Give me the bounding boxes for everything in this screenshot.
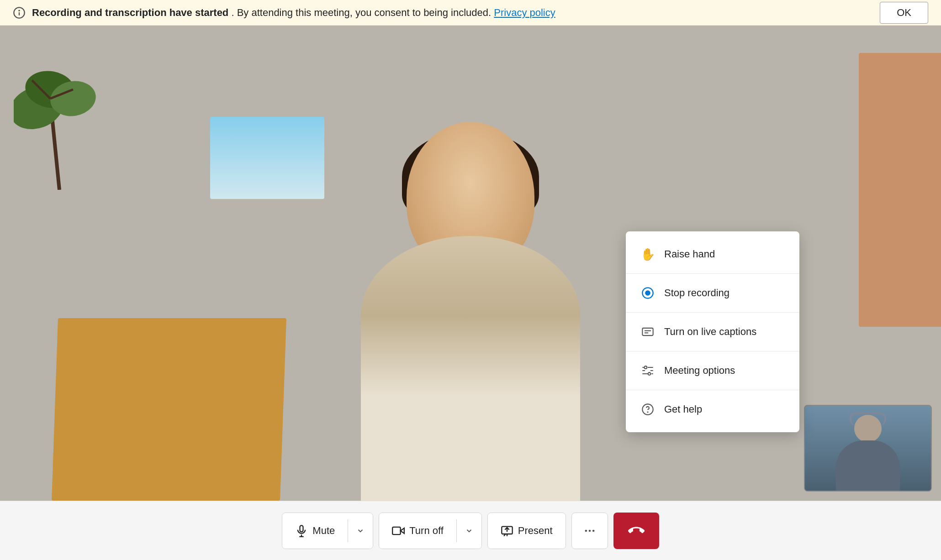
window-element <box>210 117 324 199</box>
notification-bar: Recording and transcription have started… <box>0 0 941 26</box>
svg-point-14 <box>644 366 647 369</box>
shelf-element <box>859 53 941 327</box>
video-label: Turn off <box>409 525 444 537</box>
menu-item-stop-recording[interactable]: Stop recording <box>626 276 799 310</box>
pip-video-thumbnail <box>804 405 932 492</box>
meeting-options-icon <box>640 363 655 378</box>
notification-text: Recording and transcription have started… <box>32 7 880 19</box>
svg-rect-22 <box>392 527 401 534</box>
menu-item-meeting-options[interactable]: Meeting options <box>626 353 799 388</box>
video-chevron-button[interactable] <box>457 513 481 549</box>
get-help-icon <box>640 402 655 417</box>
svg-marker-21 <box>401 528 404 534</box>
more-options-button[interactable] <box>571 513 608 549</box>
person-torso <box>361 236 580 501</box>
end-call-icon <box>628 523 645 539</box>
menu-divider-1 <box>626 273 799 274</box>
svg-point-26 <box>585 529 587 532</box>
mute-button-group: Mute <box>282 513 373 549</box>
svg-point-27 <box>588 529 591 532</box>
main-video-area: ✋ Raise hand Stop recording Turn <box>0 26 941 501</box>
raise-hand-icon: ✋ <box>640 247 655 262</box>
menu-item-raise-hand-label: Raise hand <box>664 248 715 260</box>
mute-chevron-button[interactable] <box>348 513 373 549</box>
menu-divider-4 <box>626 390 799 390</box>
ok-button[interactable]: OK <box>880 2 928 24</box>
video-scene <box>0 26 941 501</box>
stop-recording-icon <box>640 286 655 300</box>
menu-item-live-captions-label: Turn on live captions <box>664 326 756 338</box>
menu-item-get-help-label: Get help <box>664 403 702 415</box>
menu-item-raise-hand[interactable]: ✋ Raise hand <box>626 237 799 272</box>
wood-panel <box>52 318 286 501</box>
info-icon <box>13 6 26 19</box>
plant-element <box>14 53 105 190</box>
toolbar: Mute Turn off <box>0 501 941 560</box>
context-menu: ✋ Raise hand Stop recording Turn <box>626 231 799 432</box>
video-button[interactable]: Turn off <box>379 513 456 549</box>
video-button-group: Turn off <box>379 513 482 549</box>
more-icon <box>583 524 596 537</box>
privacy-policy-link[interactable]: Privacy policy <box>494 7 555 18</box>
microphone-icon <box>295 524 308 537</box>
svg-rect-11 <box>642 328 653 335</box>
pip-video-content <box>805 406 931 491</box>
live-captions-icon <box>640 324 655 339</box>
menu-item-live-captions[interactable]: Turn on live captions <box>626 314 799 349</box>
svg-rect-18 <box>300 525 303 532</box>
svg-point-15 <box>648 372 651 375</box>
chevron-down-icon-2 <box>465 527 473 535</box>
chevron-down-icon <box>356 527 365 535</box>
mute-button[interactable]: Mute <box>282 513 348 549</box>
menu-item-stop-recording-label: Stop recording <box>664 287 730 299</box>
present-icon <box>501 524 513 537</box>
present-label: Present <box>518 525 553 537</box>
menu-item-get-help[interactable]: Get help <box>626 392 799 427</box>
camera-icon <box>392 524 405 537</box>
svg-point-17 <box>647 412 648 412</box>
menu-item-meeting-options-label: Meeting options <box>664 365 735 377</box>
menu-divider-2 <box>626 312 799 313</box>
svg-point-28 <box>592 529 595 532</box>
mute-label: Mute <box>312 525 335 537</box>
present-button-group: Present <box>487 513 566 549</box>
svg-point-10 <box>645 291 650 295</box>
menu-divider-3 <box>626 351 799 351</box>
present-button[interactable]: Present <box>488 513 566 549</box>
end-call-button[interactable] <box>613 513 659 549</box>
